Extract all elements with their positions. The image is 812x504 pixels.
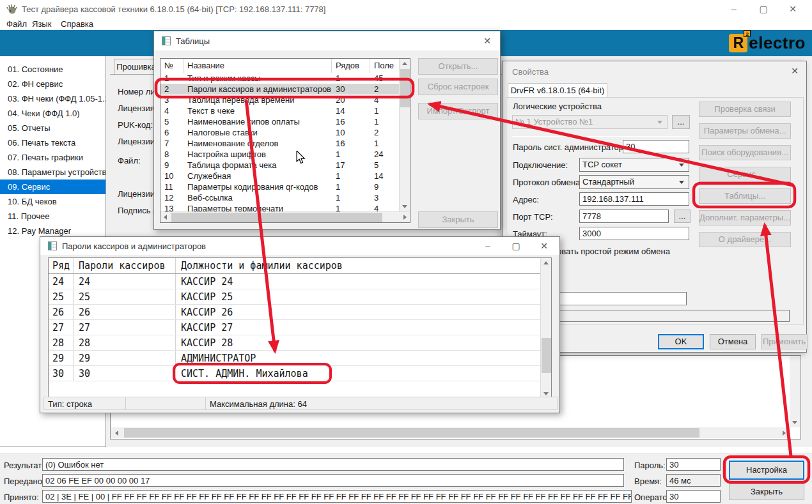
reset-settings-button[interactable]: Сброс настроек <box>418 79 498 95</box>
sent-field[interactable]: 02 06 FE EF 00 00 00 00 17 <box>42 474 624 487</box>
scroll-thumb[interactable] <box>542 338 551 373</box>
tables-row-11[interactable]: 11Параметры кодирования qr-кодов19 <box>160 181 400 192</box>
tables-row-8[interactable]: 8Настройка шрифтов124 <box>160 149 400 160</box>
cell[interactable]: 26 <box>49 305 74 319</box>
tcp-port-input[interactable]: 7778 <box>579 210 669 223</box>
protocol-combo[interactable]: Стандартный <box>579 175 689 189</box>
connection-combo[interactable]: TCP сокет <box>579 158 689 172</box>
password-row-30[interactable]: 3030СИСТ. АДМИН. Михайлова <box>49 366 541 381</box>
admin-password-input[interactable]: 30 <box>623 140 689 153</box>
password-row-24[interactable]: 2424КАССИР 24 <box>49 274 541 289</box>
side-button-1[interactable]: Проверка связи <box>699 102 791 117</box>
sidebar-item-11[interactable]: 11. Прочее <box>0 209 105 224</box>
sidebar-item-5[interactable]: 05. Отчеты <box>0 121 105 135</box>
tables-row-10[interactable]: 10Служебная114 <box>160 171 400 181</box>
tab-firmware[interactable]: Прошивка <box>114 59 159 75</box>
scroll-down-icon[interactable] <box>402 205 407 208</box>
password-row-28[interactable]: 2828КАССИР 28 <box>49 335 541 351</box>
menu-language[interactable]: Язык <box>32 19 51 29</box>
received-field[interactable]: 02 | 3E | FE | 00 | FF FF FF FF FF FF FF… <box>42 490 632 503</box>
minimize-icon[interactable]: – <box>480 239 496 253</box>
tables-row-9[interactable]: 9Таблица формата чека175 <box>160 160 400 171</box>
scroll-thumb[interactable] <box>171 213 382 222</box>
tables-close-icon[interactable]: ✕ <box>480 34 495 48</box>
properties-close-icon[interactable]: ✕ <box>787 64 802 78</box>
tables-vertical-scrollbar[interactable] <box>399 59 410 211</box>
scroll-thumb[interactable] <box>400 69 410 107</box>
tables-row-6[interactable]: 6Налоговые ставки102 <box>160 127 400 138</box>
cell[interactable]: 25 <box>49 289 74 304</box>
cell[interactable]: 29 <box>49 351 74 365</box>
tables-row-1[interactable]: 1Тип и режим кассы145 <box>160 73 400 84</box>
tab-drvfr[interactable]: DrvFR v6.18.0.15 (64-bit) <box>508 83 607 98</box>
password-row-27[interactable]: 2727КАССИР 27 <box>49 320 541 335</box>
open-button[interactable]: Открыть... <box>418 58 498 75</box>
password-row-25[interactable]: 2525КАССИР 25 <box>49 289 541 305</box>
tcp-port-more-button[interactable]: ... <box>674 210 691 223</box>
close-icon[interactable]: ✕ <box>536 239 552 253</box>
cell[interactable]: 25 <box>74 289 176 304</box>
cell[interactable]: 28 <box>49 335 74 350</box>
cell[interactable]: 28 <box>74 335 176 350</box>
menu-help[interactable]: Справка <box>61 19 93 29</box>
close-button[interactable]: ✕ <box>778 0 808 18</box>
tables-horizontal-scrollbar[interactable] <box>160 211 410 222</box>
minimize-button[interactable]: – <box>719 0 749 18</box>
scroll-right-icon[interactable] <box>403 215 407 220</box>
passwords-vertical-scrollbar[interactable] <box>540 258 551 399</box>
scroll-right-icon[interactable] <box>783 431 786 436</box>
scroll-up-icon[interactable] <box>402 62 407 65</box>
col-number[interactable]: № <box>160 59 183 73</box>
result-field[interactable]: (0) Ошибок нет <box>42 458 624 471</box>
tables-row-2[interactable]: 2Пароли кассиров и администраторов302 <box>160 84 400 95</box>
cell[interactable]: КАССИР 24 <box>176 274 541 289</box>
cell[interactable]: КАССИР 27 <box>176 320 541 335</box>
sidebar-item-6[interactable]: 06. Печать текста <box>0 135 105 150</box>
cell[interactable]: 30 <box>74 366 176 381</box>
cell[interactable]: КАССИР 25 <box>176 289 541 304</box>
sidebar-item-2[interactable]: 02. ФН сервис <box>0 77 105 91</box>
cell[interactable]: 27 <box>49 320 74 335</box>
sidebar-item-7[interactable]: 07. Печать графики <box>0 150 105 165</box>
password-field[interactable]: 30 <box>666 458 721 471</box>
scroll-down-icon[interactable] <box>792 421 797 424</box>
cancel-button[interactable]: Отмена <box>710 334 756 349</box>
sidebar-item-8[interactable]: 08. Параметры устройства <box>0 165 105 179</box>
operator-field[interactable]: 30 <box>666 490 721 503</box>
cell[interactable]: АДМИНИСТРАТОР <box>176 351 541 365</box>
scroll-up-icon[interactable] <box>543 261 549 264</box>
cell[interactable]: 24 <box>74 274 176 289</box>
side-button-4[interactable]: Сервис... <box>699 167 791 182</box>
tables-row-3[interactable]: 3Таблица перевода времени204 <box>160 95 400 105</box>
cell[interactable]: 30 <box>49 366 74 381</box>
cell[interactable]: КАССИР 28 <box>176 335 541 350</box>
side-button-6[interactable]: Дополнит. параметры... <box>699 210 791 225</box>
col-name[interactable]: Название <box>183 59 332 73</box>
side-button-3[interactable]: Поиск оборудования... <box>699 145 791 160</box>
vertical-scrollbar[interactable] <box>790 356 800 427</box>
scroll-left-icon[interactable] <box>164 215 167 220</box>
device-more-button[interactable]: ... <box>672 115 690 129</box>
main-close-button[interactable]: Закрыть <box>729 484 804 500</box>
cell[interactable]: 24 <box>49 274 74 289</box>
apply-button[interactable]: Применить <box>761 334 808 349</box>
tables-row-7[interactable]: 7Наименование отделов161 <box>160 138 400 149</box>
cell[interactable]: 26 <box>74 305 176 319</box>
sidebar-item-4[interactable]: 04. Чеки (ФФД 1.0) <box>0 106 105 121</box>
sidebar-item-3[interactable]: 03. ФН чеки (ФФД 1.05-1.2) <box>0 91 105 106</box>
menu-file[interactable]: Файл <box>6 19 27 29</box>
tables-row-4[interactable]: 4Текст в чеке141 <box>160 105 400 116</box>
horizontal-scrollbar[interactable] <box>111 427 790 438</box>
cell[interactable]: СИСТ. АДМИН. Михайлова <box>176 366 541 381</box>
import-export-button[interactable]: Импорт/Экспорт <box>418 103 498 119</box>
sidebar-item-1[interactable]: 01. Состояние <box>0 62 105 77</box>
password-row-29[interactable]: 2929АДМИНИСТРАТОР <box>49 351 541 366</box>
maximize-icon[interactable]: ▢ <box>508 239 524 253</box>
maximize-button[interactable]: ▢ <box>749 0 778 18</box>
cell[interactable]: 27 <box>74 320 176 335</box>
tables-row-12[interactable]: 12Веб-ссылка13 <box>160 192 400 203</box>
settings-properties-button[interactable]: Настройка свойств <box>729 461 804 480</box>
sidebar-item-10[interactable]: 10. БД чеков <box>0 194 105 209</box>
col-fields[interactable]: Поле <box>370 59 400 73</box>
device-combo[interactable]: № 1 Устройство №1 <box>512 115 668 129</box>
